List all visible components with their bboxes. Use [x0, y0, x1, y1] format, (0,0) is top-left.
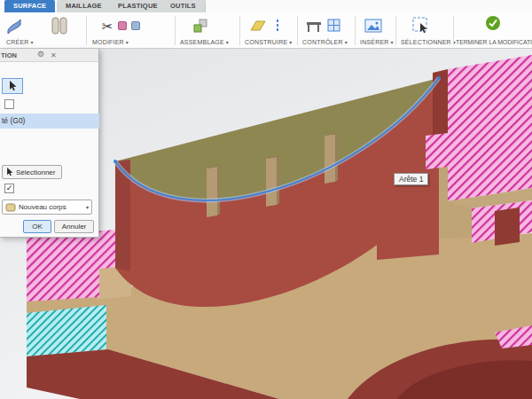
selection-tool-button[interactable]: [2, 78, 23, 94]
section-face-cyan-left[interactable]: [27, 305, 106, 357]
tab-surface[interactable]: SURFACE: [4, 0, 55, 12]
toolbar-group-selectionner: SÉLECTIONNER▾: [398, 12, 450, 48]
select-button-label: Sélectionner: [16, 168, 55, 176]
selection-chain-row[interactable]: té (G0): [0, 113, 99, 129]
assembly-icon[interactable]: [192, 17, 209, 35]
toolbar-dropdown-creer[interactable]: CRÉER▾: [6, 39, 34, 45]
toolbar-divider: [453, 16, 454, 45]
toolbar-group-label: CONTRÔLER: [302, 39, 343, 45]
toolbar-dropdown-modifier[interactable]: MODIFIER▾: [92, 39, 129, 45]
loft-surface-icon[interactable]: [5, 17, 23, 35]
toolbar-dropdown-construire[interactable]: CONSTRUIRE▾: [245, 39, 293, 45]
toolbar-group-label: CONSTRUIRE: [245, 39, 287, 45]
select-box-icon[interactable]: [412, 17, 430, 35]
toolbar-dropdown-selectionner[interactable]: SÉLECTIONNER▾: [401, 39, 456, 45]
dropdown-caret-icon: ▾: [345, 40, 348, 45]
tab-outils[interactable]: OUTILS: [161, 0, 206, 12]
toolbar-group-label: INSÉRER: [360, 39, 389, 45]
toolbar-group-label: MODIFIER: [92, 39, 124, 45]
toolbar-dropdown-inserer[interactable]: INSÉRER▾: [360, 39, 394, 45]
ribbon-toolbar: CRÉER▾ ✂ MODIFIER▾ ASSEMBLAGE▾: [0, 12, 532, 49]
finish-edit-label: TERMINER LA MODIFICATION: [456, 39, 532, 45]
cursor-arrow-icon: [9, 81, 17, 91]
toolbar-group-creer: CRÉER▾: [4, 12, 85, 48]
toolbar-group-assemblage: ASSEMBLAGE▾: [177, 12, 237, 48]
grid-icon[interactable]: [327, 19, 341, 33]
toolbar-group-inserer: INSÉRER▾: [357, 12, 393, 48]
toolbar-group-label: SÉLECTIONNER: [401, 39, 451, 45]
dropdown-caret-icon: ▾: [126, 40, 129, 45]
dropdown-caret-icon: ▾: [226, 40, 229, 45]
scissors-icon[interactable]: ✂: [102, 20, 113, 33]
ok-button[interactable]: OK: [23, 220, 51, 233]
replace-face-icon[interactable]: [131, 21, 140, 30]
operation-dropdown[interactable]: Nouveau corps ▾: [2, 200, 92, 215]
edge-endpoint-icon: [437, 76, 441, 80]
selection-chain-label: té (G0): [2, 116, 25, 125]
toolbar-divider: [297, 16, 298, 45]
toolbar-group-label: ASSEMBLAGE: [180, 39, 224, 45]
dropdown-caret-icon: ▾: [289, 40, 292, 45]
chain-selection-checkbox[interactable]: ✓: [4, 184, 14, 193]
dropdown-caret-icon: ▾: [31, 40, 34, 45]
check-icon: ✓: [6, 184, 13, 192]
gear-icon[interactable]: ⚙: [37, 50, 44, 59]
dropdown-caret-icon: ▾: [86, 204, 89, 210]
new-body-icon: [5, 202, 16, 213]
command-dialog: TION ⚙ ✕ té (G0) Sélectionner ✓ No: [0, 49, 99, 238]
toolbar-divider: [355, 16, 356, 45]
toolbar-group-construire: CONSTRUIRE▾: [242, 12, 294, 48]
panels-icon[interactable]: [51, 16, 68, 35]
inner-wall-plank[interactable]: [495, 207, 520, 246]
edge-endpoint-icon: [113, 160, 117, 163]
dialog-header[interactable]: TION ⚙ ✕: [0, 49, 98, 62]
toolbar-dropdown-assemblage[interactable]: ASSEMBLAGE▾: [180, 39, 229, 45]
option-checkbox[interactable]: [4, 99, 14, 109]
toolbar-divider: [395, 16, 396, 45]
toolbar-dropdown-controler[interactable]: CONTRÔLER▾: [302, 39, 348, 45]
cursor-arrow-icon: [6, 168, 13, 176]
measure-icon[interactable]: [305, 18, 323, 34]
tab-maillage[interactable]: MAILLAGE: [57, 0, 112, 12]
axis-icon[interactable]: [271, 19, 284, 33]
cancel-button[interactable]: Annuler: [54, 220, 94, 233]
toolbar-divider: [239, 16, 240, 45]
toolbar-divider: [86, 16, 87, 45]
press-pull-icon[interactable]: [118, 21, 127, 30]
rib-3[interactable]: [325, 133, 338, 184]
finish-edit-button[interactable]: TERMINER LA MODIFICATION: [456, 12, 532, 48]
toolbar-group-label: CRÉER: [6, 39, 29, 45]
toolbar-group-modifier: ✂ MODIFIER▾: [90, 12, 172, 48]
edge-tooltip: Arête 1: [394, 173, 428, 185]
rib-2[interactable]: [266, 156, 279, 207]
toolbar-group-controler: CONTRÔLER▾: [300, 12, 352, 48]
operation-value: Nouveau corps: [19, 203, 66, 211]
select-button[interactable]: Sélectionner: [2, 165, 62, 179]
finish-check-icon: [485, 15, 501, 31]
fusion-window: SURFACE MAILLAGE PLASTIQUE OUTILS CRÉER▾…: [0, 0, 532, 399]
construction-plane-icon[interactable]: [249, 18, 267, 34]
toolbar-divider: [175, 16, 176, 45]
rib-1[interactable]: [207, 166, 220, 217]
close-icon[interactable]: ✕: [51, 51, 57, 59]
dropdown-caret-icon: ▾: [391, 40, 394, 45]
toolbar-tabbar: SURFACE MAILLAGE PLASTIQUE OUTILS: [0, 0, 532, 12]
tab-plastique[interactable]: PLASTIQUE: [109, 0, 168, 12]
dialog-title: TION: [1, 51, 17, 59]
insert-image-icon[interactable]: [364, 18, 382, 34]
